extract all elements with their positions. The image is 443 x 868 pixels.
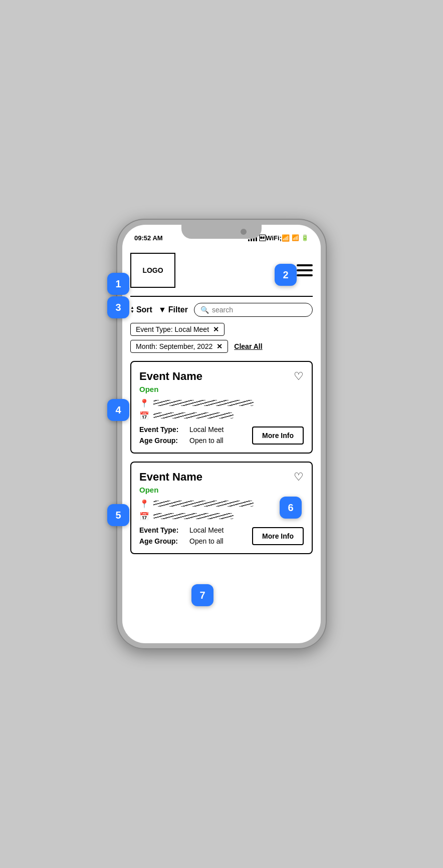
annotation-7: 7 — [191, 584, 213, 606]
wifi-icon: WiFi;📶 — [259, 234, 290, 242]
calendar-icon-1: 📅 — [139, 411, 149, 420]
age-group-value-2: Open to all — [189, 537, 224, 545]
age-group-label-2: Age Group: — [139, 537, 189, 545]
clear-all-button[interactable]: Clear All — [234, 342, 262, 350]
search-icon: 🔍 — [200, 306, 209, 314]
event-type-label-2: Event Type: — [139, 526, 189, 534]
camera — [241, 229, 247, 235]
filter-tag-month-text: Month: September, 2022 — [136, 342, 212, 350]
event-name-1: Event Name — [139, 370, 202, 383]
event-type-value-1: Local Meet — [189, 425, 224, 433]
controls-row: ▲ ▼ Sort ▼ Filter 🔍 — [130, 303, 313, 317]
favorite-button-2[interactable]: ♡ — [294, 471, 304, 484]
more-info-button-2[interactable]: More Info — [252, 527, 304, 545]
filter-label: Filter — [168, 305, 188, 314]
annotation-2: 2 — [275, 264, 297, 286]
filter-tag-event-type: Event Type: Local Meet ✕ — [130, 323, 225, 336]
filter-button[interactable]: ▼ Filter — [158, 305, 188, 314]
card-header-2: Event Name ♡ — [139, 471, 304, 484]
annotation-1: 1 — [107, 273, 129, 295]
event-date-row-1: 📅 — [139, 411, 304, 420]
age-group-value-1: Open to all — [189, 437, 224, 445]
calendar-icon-2: 📅 — [139, 512, 149, 521]
remove-filter-month-button[interactable]: ✕ — [216, 342, 223, 350]
favorite-button-1[interactable]: ♡ — [294, 370, 304, 383]
event-name-2: Event Name — [139, 471, 202, 484]
filter-tag-month: Month: September, 2022 ✕ — [130, 340, 228, 353]
age-group-label-1: Age Group: — [139, 437, 189, 445]
location-icon-2: 📍 — [139, 499, 149, 509]
event-date-row-2: 📅 — [139, 512, 304, 521]
more-info-button-1[interactable]: More Info — [252, 426, 304, 445]
filter-icon: ▼ — [158, 305, 166, 314]
sort-button[interactable]: ▲ ▼ Sort — [130, 305, 152, 314]
hamburger-line-1 — [297, 264, 313, 266]
remove-filter-event-type-button[interactable]: ✕ — [213, 325, 219, 333]
event-type-value-2: Local Meet — [189, 526, 224, 534]
sort-arrows-icon: ▲ ▼ — [130, 306, 134, 314]
battery-icon: 🔋 — [301, 234, 309, 241]
status-time: 09:52 AM — [134, 234, 163, 242]
event-type-label-1: Event Type: — [139, 425, 189, 433]
header-divider — [130, 296, 313, 297]
search-box[interactable]: 🔍 — [194, 303, 313, 317]
location-scribble-2 — [153, 501, 254, 507]
filter-tag-event-type-text: Event Type: Local Meet — [136, 325, 209, 333]
hamburger-line-3 — [297, 274, 313, 276]
annotation-3: 3 — [107, 296, 129, 318]
annotation-5: 5 — [107, 504, 129, 526]
hamburger-line-2 — [297, 269, 313, 271]
sort-label: Sort — [136, 305, 152, 314]
annotation-4: 4 — [107, 399, 129, 421]
event-status-1: Open — [139, 385, 304, 393]
annotation-6: 6 — [280, 497, 302, 519]
search-input[interactable] — [212, 306, 306, 314]
screen-content: LOGO ▲ ▼ Sort ▼ — [122, 247, 321, 643]
location-scribble-1 — [153, 400, 254, 406]
date-scribble-2 — [153, 513, 234, 519]
hamburger-menu-button[interactable] — [297, 264, 313, 276]
phone-frame: 1 2 3 4 5 6 7 09:52 AM WiFi;📶 📶 🔋 — [116, 219, 327, 649]
event-location-row-2: 📍 — [139, 499, 304, 509]
card-header-1: Event Name ♡ — [139, 370, 304, 383]
phone-screen: 09:52 AM WiFi;📶 📶 🔋 LOGO — [122, 225, 321, 643]
logo: LOGO — [130, 253, 175, 288]
notch — [181, 225, 262, 239]
event-location-row-1: 📍 — [139, 398, 304, 408]
filter-tags: Event Type: Local Meet ✕ Month: Septembe… — [130, 323, 313, 353]
wifi-icon: 📶 — [292, 234, 299, 241]
location-icon-1: 📍 — [139, 398, 149, 408]
event-card-1: Event Name ♡ Open 📍 📅 Event Type: Local … — [130, 361, 313, 454]
event-status-2: Open — [139, 486, 304, 494]
filter-row-month: Month: September, 2022 ✕ Clear All — [130, 340, 313, 353]
date-scribble-1 — [153, 412, 234, 418]
